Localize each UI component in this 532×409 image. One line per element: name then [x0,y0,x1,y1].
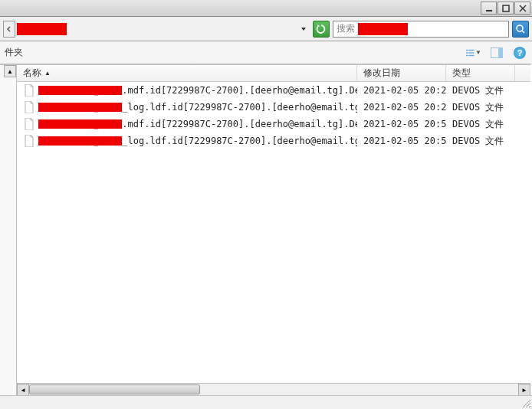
scrollbar-thumb[interactable] [29,384,200,394]
file-list: 名称▲ 修改日期 类型 xxxxxxxxxx_2013.mdf.id[72299… [17,65,530,395]
search-input[interactable]: 搜索 20210205 [333,21,509,38]
file-name-cell: xxxxxxxxxx_2013_log.ldf.id[7229987C-2700… [17,101,357,113]
file-name-redacted: xxxxxxxxxx_2020 [38,136,122,146]
scroll-left-icon[interactable]: ◄ [17,384,29,396]
window-titlebar [0,0,532,17]
table-row[interactable]: xxxxxxxxxx_2020.mdf.id[7229987C-2700].[d… [17,116,530,133]
refresh-button[interactable] [313,21,330,38]
help-button[interactable]: ? [512,45,527,61]
table-row[interactable]: xxxxxxxxxx_2013_log.ldf.id[7229987C-2700… [17,99,530,116]
svg-rect-7 [468,49,474,50]
breadcrumb-back-icon[interactable] [3,21,15,38]
svg-rect-13 [498,47,503,58]
file-date-cell: 2021-02-05 20:57 [357,136,446,146]
svg-line-5 [522,31,524,33]
scroll-right-icon[interactable]: ► [518,384,530,396]
view-options-button[interactable]: ▼ [466,45,481,61]
table-row[interactable]: xxxxxxxxxx_2013.mdf.id[7229987C-2700].[d… [17,82,530,99]
address-bar: 20210205 搜索 20210205 [0,17,532,41]
file-date-cell: 2021-02-05 20:27 [357,85,446,96]
svg-point-4 [517,25,523,31]
file-name-suffix: .mdf.id[7229987C-2700].[deerho@email.tg]… [122,85,357,96]
search-term: 20210205 [358,23,408,35]
file-name-suffix: .mdf.id[7229987C-2700].[deerho@email.tg]… [122,119,357,129]
table-row[interactable]: xxxxxxxxxx_2020_log.ldf.id[7229987C-2700… [17,133,530,149]
file-type-cell: DEVOS 文件 [446,101,515,114]
chevron-down-icon: ▼ [475,49,481,56]
file-name-redacted: xxxxxxxxxx_2020 [38,119,122,129]
scroll-up-icon[interactable]: ▲ [4,65,16,77]
file-name-cell: xxxxxxxxxx_2020_log.ldf.id[7229987C-2700… [17,135,357,147]
file-icon [23,135,35,147]
svg-rect-10 [466,54,468,55]
svg-rect-11 [468,54,474,55]
svg-line-16 [529,406,530,407]
history-dropdown-icon[interactable] [297,21,310,37]
minimize-button[interactable] [481,2,497,15]
column-header-type[interactable]: 类型 [446,65,515,81]
resize-grip-icon[interactable] [521,398,531,408]
svg-rect-8 [466,52,468,53]
file-name-cell: xxxxxxxxxx_2020.mdf.id[7229987C-2700].[d… [17,118,357,130]
close-button[interactable] [514,2,530,15]
horizontal-scrollbar[interactable]: ◄ ► [17,383,530,395]
file-type-cell: DEVOS 文件 [446,118,515,131]
file-name-suffix: _log.ldf.id[7229987C-2700].[deerho@email… [122,136,357,146]
search-button[interactable] [512,21,529,38]
sort-asc-icon: ▲ [44,70,51,77]
maximize-button[interactable] [498,2,514,15]
file-icon [23,118,35,130]
breadcrumb[interactable]: 20210205 [3,21,67,38]
sidebar-title: 件夹 [5,46,23,59]
preview-pane-button[interactable] [489,45,504,61]
file-date-cell: 2021-02-05 20:56 [357,119,446,129]
help-icon: ? [514,47,526,59]
file-date-cell: 2021-02-05 20:27 [357,102,446,113]
scrollbar-track[interactable] [29,384,518,395]
breadcrumb-segment[interactable]: 20210205 [17,23,67,35]
content-area: ▲ 名称▲ 修改日期 类型 xxxxxxxxxx_2013.mdf.id[722… [0,64,530,395]
column-header-name[interactable]: 名称▲ [17,65,357,81]
file-name-redacted: xxxxxxxxxx_2013 [38,86,122,95]
file-name-suffix: _log.ldf.id[7229987C-2700].[deerho@email… [122,102,357,113]
svg-rect-9 [468,52,474,53]
search-label: 搜索 [337,22,355,35]
svg-rect-1 [503,5,509,11]
svg-rect-6 [466,49,468,50]
column-header-date[interactable]: 修改日期 [357,65,446,81]
file-type-cell: DEVOS 文件 [446,84,515,97]
navigation-pane[interactable]: ▲ [0,65,17,395]
file-icon [23,84,35,97]
file-icon [23,101,35,113]
status-bar [0,395,532,409]
file-name-redacted: xxxxxxxxxx_2013 [38,103,122,112]
file-type-cell: DEVOS 文件 [446,135,515,148]
toolbar: 件夹 ▼ ? [0,41,532,64]
file-name-cell: xxxxxxxxxx_2013.mdf.id[7229987C-2700].[d… [17,84,357,97]
column-header-row: 名称▲ 修改日期 类型 [17,65,530,82]
